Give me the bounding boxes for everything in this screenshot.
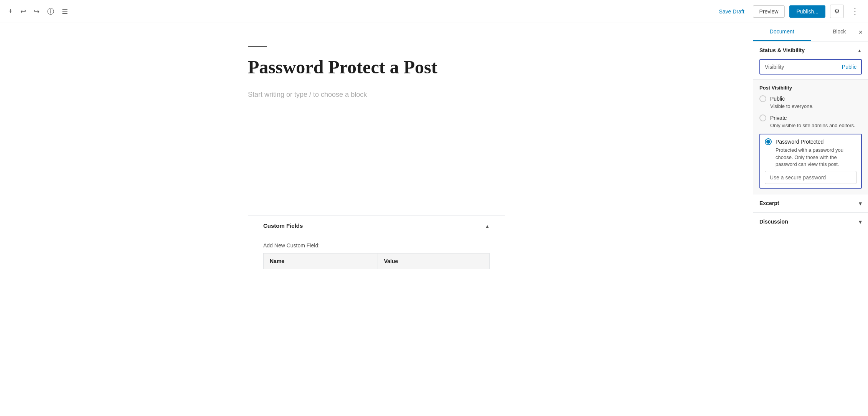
excerpt-toggle-icon xyxy=(859,200,862,207)
post-placeholder[interactable]: Start writing or type / to choose a bloc… xyxy=(248,89,505,100)
excerpt-header[interactable]: Excerpt xyxy=(753,194,868,212)
visibility-row-wrapper: Visibility Public xyxy=(759,59,862,75)
pv-option-public-desc: Visible to everyone. xyxy=(770,103,862,110)
save-draft-button[interactable]: Save Draft xyxy=(715,6,748,17)
pv-option-password-desc: Protected with a password you choose. On… xyxy=(776,147,856,168)
table-header-value: Value xyxy=(378,254,489,269)
redo-button[interactable]: ↪ xyxy=(31,5,42,18)
custom-fields-header[interactable]: Custom Fields xyxy=(248,215,505,236)
list-icon: ☰ xyxy=(62,7,68,16)
excerpt-title: Excerpt xyxy=(759,200,779,206)
add-block-button[interactable]: + xyxy=(6,5,15,18)
pv-option-password-row: Password Protected xyxy=(765,138,856,145)
custom-fields-body: Add New Custom Field: Name Value xyxy=(248,236,505,275)
pv-option-private: Private Only visible to site admins and … xyxy=(759,114,862,129)
pv-radio-public[interactable] xyxy=(759,95,766,102)
tab-document[interactable]: Document xyxy=(753,23,811,41)
undo-button[interactable]: ↩ xyxy=(18,5,28,18)
custom-fields-title: Custom Fields xyxy=(263,222,303,229)
publish-button[interactable]: Publish... xyxy=(789,5,825,18)
post-divider xyxy=(248,46,267,47)
info-icon: ⓘ xyxy=(47,7,54,16)
post-title[interactable]: Password Protect a Post xyxy=(248,56,505,78)
toolbar-right: Save Draft Preview Publish... ⚙ ⋮ xyxy=(715,5,862,18)
more-options-button[interactable]: ⋮ xyxy=(848,5,862,18)
discussion-section: Discussion xyxy=(753,213,868,231)
status-visibility-section: Status & Visibility Visibility Public Po… xyxy=(753,41,868,194)
redo-icon: ↪ xyxy=(34,7,40,16)
custom-fields-section: Custom Fields Add New Custom Field: Name… xyxy=(248,215,505,275)
more-icon: ⋮ xyxy=(851,7,860,16)
password-input[interactable] xyxy=(765,171,856,184)
table-header-name: Name xyxy=(264,254,378,269)
discussion-toggle-icon xyxy=(859,218,862,225)
pv-option-private-name: Private xyxy=(770,115,787,121)
custom-fields-toggle-icon xyxy=(485,222,490,230)
pv-radio-private[interactable] xyxy=(759,114,766,121)
toolbar-left: + ↩ ↪ ⓘ ☰ xyxy=(6,5,70,18)
status-visibility-toggle-icon xyxy=(857,47,862,54)
add-icon: + xyxy=(8,7,13,15)
pv-option-password-name: Password Protected xyxy=(776,139,823,145)
pv-option-private-desc: Only visible to site admins and editors. xyxy=(770,122,862,129)
pv-option-public-row: Public xyxy=(759,95,862,102)
editor-area: Password Protect a Post Start writing or… xyxy=(0,23,753,416)
visibility-label: Visibility xyxy=(765,64,784,70)
post-visibility-panel: Post Visibility Public Visible to everyo… xyxy=(753,79,868,194)
sidebar-header: Document Block × xyxy=(753,23,868,41)
undo-icon: ↩ xyxy=(20,7,26,16)
custom-fields-add-label: Add New Custom Field: xyxy=(263,242,490,249)
pv-option-password-protected: Password Protected Protected with a pass… xyxy=(759,134,862,189)
status-visibility-header[interactable]: Status & Visibility xyxy=(753,41,868,59)
settings-button[interactable]: ⚙ xyxy=(830,5,844,18)
custom-fields-table: Name Value xyxy=(263,253,490,269)
pv-radio-password-protected[interactable] xyxy=(765,138,772,145)
status-visibility-title: Status & Visibility xyxy=(759,47,805,53)
editor-inner: Password Protect a Post Start writing or… xyxy=(233,23,520,291)
gear-icon: ⚙ xyxy=(834,8,840,15)
post-visibility-title: Post Visibility xyxy=(759,85,862,91)
editor-bottom: Custom Fields Add New Custom Field: Name… xyxy=(248,215,505,275)
visibility-row: Visibility Public xyxy=(765,64,856,70)
excerpt-section: Excerpt xyxy=(753,194,868,213)
sidebar: Document Block × Status & Visibility Vis… xyxy=(753,23,868,416)
main-area: Password Protect a Post Start writing or… xyxy=(0,23,868,416)
pv-option-private-row: Private xyxy=(759,114,862,121)
list-view-button[interactable]: ☰ xyxy=(59,5,70,18)
discussion-header[interactable]: Discussion xyxy=(753,213,868,231)
table-header-row: Name Value xyxy=(264,254,490,269)
info-button[interactable]: ⓘ xyxy=(45,5,56,18)
discussion-title: Discussion xyxy=(759,219,788,225)
visibility-value[interactable]: Public xyxy=(842,64,856,70)
pv-option-public-name: Public xyxy=(770,96,785,102)
sidebar-close-button[interactable]: × xyxy=(853,24,868,40)
pv-option-public: Public Visible to everyone. xyxy=(759,95,862,110)
preview-button[interactable]: Preview xyxy=(753,5,785,18)
toolbar: + ↩ ↪ ⓘ ☰ Save Draft Preview Publish... … xyxy=(0,0,868,23)
